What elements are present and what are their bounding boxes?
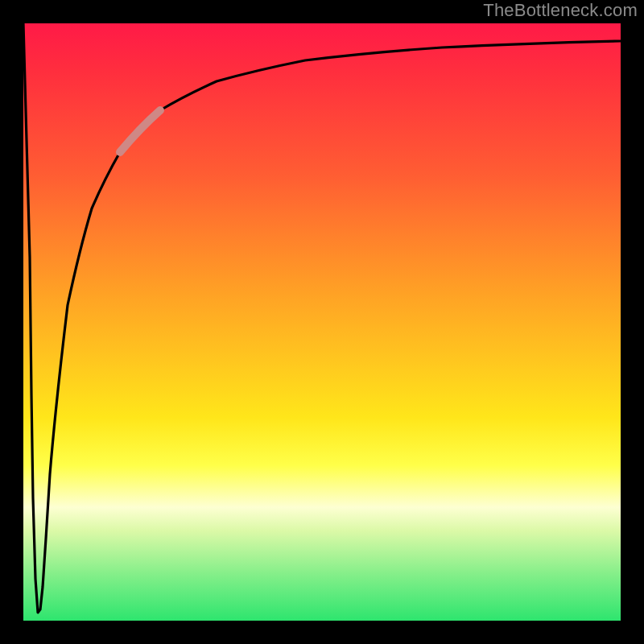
highlight-segment	[120, 110, 160, 152]
bottleneck-curve	[23, 23, 621, 613]
chart-svg	[23, 23, 621, 621]
plot-area	[23, 23, 621, 621]
chart-frame: TheBottleneck.com	[0, 0, 644, 644]
watermark-text: TheBottleneck.com	[483, 0, 638, 21]
